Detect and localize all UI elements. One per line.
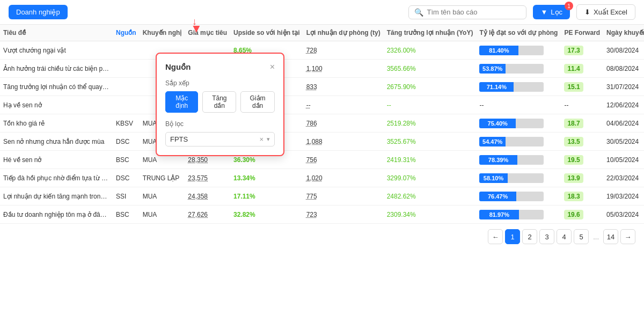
cell-nguon: [113, 96, 140, 114]
cell-ngay: 12/06/2024: [603, 96, 644, 114]
page-2-button[interactable]: 2: [522, 229, 537, 244]
search-box: 🔍: [408, 5, 526, 19]
cell-ty-le: 76.47%: [476, 187, 561, 206]
loc-button[interactable]: ▼ Lọc 1: [533, 5, 570, 19]
cell-tieu-de: Lợi nhuận dự kiến tăng mạnh trong Q2/FY2…: [0, 187, 113, 206]
cell-pe: 13.9: [561, 169, 603, 187]
cell-ty-le: 58.10%: [476, 169, 561, 187]
cell-loi-nhuan: 756: [303, 151, 384, 169]
cell-nguon: [113, 60, 140, 78]
popup-overlay: Nguồn × Sắp xếp Mặc định Tăng dần Giảm d…: [156, 53, 284, 156]
table-row: Tăng trưởng lợi nhuận có thể quay về mức…: [0, 78, 644, 96]
cell-nguon: DSC: [113, 133, 140, 151]
col-ngay-header: Ngày khuyến nghị: [603, 25, 644, 41]
cell-tang-truong: 3299.07%: [384, 169, 477, 187]
table-row: Vượt chướng ngại vật8.65%7282326.00%81.4…: [0, 41, 644, 60]
page-3-button[interactable]: 3: [539, 229, 554, 244]
cell-tang-truong: 3565.66%: [384, 60, 477, 78]
excel-label: Xuất Excel: [594, 8, 627, 16]
filter-clear-button[interactable]: ×: [259, 135, 264, 143]
filter-dropdown-icon[interactable]: ▾: [267, 136, 270, 143]
cell-tang-truong: 3525.67%: [384, 133, 477, 151]
app-container: Doanh nghiệp 🔍 ▼ Lọc 1 ⬇ Xuất Excel ▲ ↓: [0, 0, 644, 315]
page-5-button[interactable]: 5: [574, 229, 589, 244]
cell-loi-nhuan: 723: [303, 206, 384, 224]
table-row: Lợi nhuận dự kiến tăng mạnh trong Q2/FY2…: [0, 187, 644, 206]
cell-pe: 19.5: [561, 151, 603, 169]
table-wrapper: Tiêu đề Nguồn Khuyến nghị Giá mục tiêu U…: [0, 25, 644, 224]
col-tieu-de: Tiêu đề: [0, 25, 113, 41]
search-input[interactable]: [427, 8, 513, 16]
page-4-button[interactable]: 4: [557, 229, 572, 244]
cell-ty-le: 81.97%: [476, 206, 561, 224]
col-nguon-header[interactable]: Nguồn: [113, 25, 140, 41]
cell-upside: 17.11%: [230, 187, 303, 206]
doanh-nghiep-button[interactable]: Doanh nghiệp: [9, 5, 68, 19]
cell-khuyen-nghi: MUA: [140, 206, 185, 224]
filter-badge: 1: [565, 2, 573, 10]
cell-loi-nhuan: 1,020: [303, 169, 384, 187]
header: Doanh nghiệp 🔍 ▼ Lọc 1 ⬇ Xuất Excel: [0, 0, 644, 25]
cell-nguon: SSI: [113, 187, 140, 206]
cell-tieu-de: Tồn kho giá rẻ: [0, 114, 113, 133]
loc-label: Lọc: [551, 8, 562, 16]
cell-tang-truong: 2482.62%: [384, 187, 477, 206]
cell-pe: 13.5: [561, 133, 603, 151]
cell-tieu-de: Ảnh hưởng trái chiều từ các biện pháp bả…: [0, 60, 113, 78]
popup-title: Nguồn: [165, 62, 191, 72]
cell-ngay: 22/03/2024: [603, 169, 644, 187]
table-row: Ảnh hưởng trái chiều từ các biện pháp bả…: [0, 60, 644, 78]
cell-ty-le: 53.87%: [476, 60, 561, 78]
cell-pe: 17.3: [561, 41, 603, 60]
popup-close-button[interactable]: ×: [270, 62, 275, 72]
cell-loi-nhuan: 833: [303, 78, 384, 96]
col-upside-header: Upside so với hiện tại: [230, 25, 303, 41]
pagination: ← 1 2 3 4 5 ... 14 →: [0, 224, 644, 250]
col-pe-header: PE Forward: [561, 25, 603, 41]
cell-loi-nhuan: 728: [303, 41, 384, 60]
prev-page-button[interactable]: ←: [488, 229, 503, 244]
cell-gia: 27,626: [185, 206, 230, 224]
cell-ty-le: 71.14%: [476, 78, 561, 96]
cell-loi-nhuan: 775: [303, 187, 384, 206]
page-1-button[interactable]: 1: [505, 229, 520, 244]
cell-khuyen-nghi: TRUNG LẬP: [140, 169, 185, 187]
cell-ty-le: 54.47%: [476, 133, 561, 151]
cell-pe: 11.4: [561, 60, 603, 78]
cell-gia: 24,358: [185, 187, 230, 206]
download-icon: ⬇: [584, 8, 590, 16]
cell-loi-nhuan: --: [303, 96, 384, 114]
cell-gia: 23,575: [185, 169, 230, 187]
table-row: Tồn kho giá rẻKBSVMUA27,40031.73%7862519…: [0, 114, 644, 133]
cell-tieu-de: Đầu tư doanh nghiệp tôn mạ ở đây chu kỳ: [0, 206, 113, 224]
filter-row: FPTS × ▾: [165, 132, 275, 146]
sort-asc-button[interactable]: Tăng dần: [202, 91, 236, 113]
cell-nguon: BSC: [113, 206, 140, 224]
cell-ngay: 05/03/2024: [603, 206, 644, 224]
cell-ty-le: 78.39%: [476, 151, 561, 169]
filter-icon: ▼: [540, 8, 547, 16]
next-page-button[interactable]: →: [620, 229, 635, 244]
cell-ngay: 30/08/2024: [603, 41, 644, 60]
cell-ty-le: 81.40%: [476, 41, 561, 60]
sort-desc-button[interactable]: Giảm dần: [240, 91, 275, 113]
cell-pe: 18.7: [561, 114, 603, 133]
cell-ty-le: --: [476, 96, 561, 114]
cell-nguon: [113, 41, 140, 60]
cell-nguon: KBSV: [113, 114, 140, 133]
excel-button[interactable]: ⬇ Xuất Excel: [576, 4, 635, 20]
table-row: Hé về sen nởBSCMUA28,35036.30%7562419.31…: [0, 151, 644, 169]
table-row: Tiếp đà hồi phục nhờ điểm tựa từ thị trư…: [0, 169, 644, 187]
cell-tang-truong: --: [384, 96, 477, 114]
page-last-button[interactable]: 14: [603, 229, 618, 244]
sort-label: Sắp xếp: [165, 79, 275, 87]
sort-default-button[interactable]: Mặc định: [165, 91, 198, 113]
cell-ngay: 08/08/2024: [603, 60, 644, 78]
col-loi-nhuan-header: Lợi nhuận dự phòng (ty): [303, 25, 384, 41]
cell-upside: 13.34%: [230, 169, 303, 187]
cell-pe: 19.6: [561, 206, 603, 224]
cell-ty-le: 75.40%: [476, 114, 561, 133]
filter-value: FPTS: [170, 135, 256, 143]
col-tang-truong-header: Tăng trưởng lợi nhuận (YoY): [384, 25, 477, 41]
cell-tieu-de: Tăng trưởng lợi nhuận có thể quay về mức…: [0, 78, 113, 96]
